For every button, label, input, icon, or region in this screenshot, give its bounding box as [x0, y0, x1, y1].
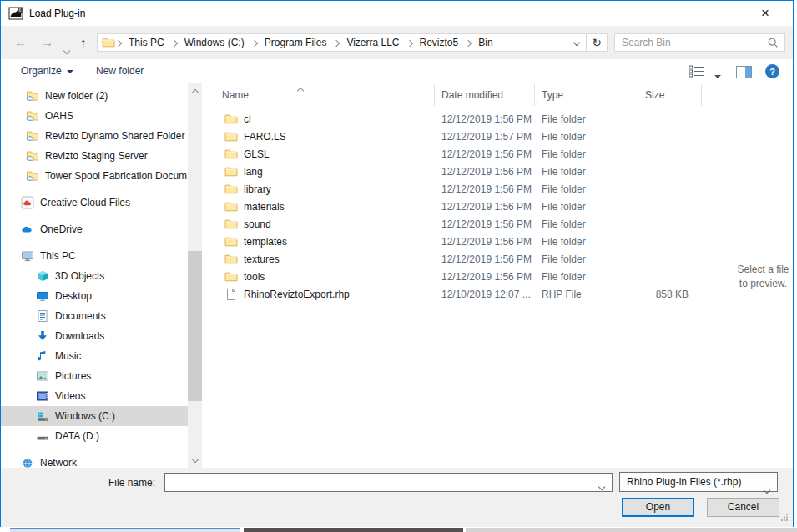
file-row[interactable]: RhinoReviztoExport.rhp12/10/2019 12:07 .… — [208, 285, 735, 303]
breadcrumb-separator-icon[interactable] — [172, 41, 177, 46]
resize-grip-icon[interactable] — [781, 512, 789, 524]
file-row[interactable]: FARO.LS12/12/2019 1:57 PMFile folder — [208, 128, 735, 145]
date-modified-cell: 12/12/2019 1:56 PM — [435, 148, 535, 160]
close-button[interactable]: × — [748, 1, 783, 26]
sidebar-item[interactable]: 3D Objects — [1, 266, 188, 286]
file-row[interactable]: GLSL12/12/2019 1:56 PMFile folder — [208, 145, 735, 163]
column-header-date-modified[interactable]: Date modified — [435, 84, 535, 106]
sidebar-item[interactable]: Revizto Staging Server — [1, 146, 188, 166]
sidebar-item[interactable]: Pictures — [1, 366, 188, 386]
breadcrumb-bar[interactable]: This PCWindows (C:)Program FilesVizerra … — [97, 33, 608, 52]
column-header-name[interactable]: Name — [208, 84, 435, 106]
new-folder-button[interactable]: New folder — [96, 65, 144, 77]
breadcrumb-item[interactable]: Vizerra LLC — [340, 37, 406, 48]
search-input[interactable] — [615, 34, 768, 51]
breadcrumb-separator-icon[interactable] — [466, 41, 471, 46]
sidebar-item[interactable]: OAHS — [1, 106, 188, 126]
file-row[interactable]: tools12/12/2019 1:56 PMFile folder — [208, 268, 735, 285]
breadcrumb-separator-icon[interactable] — [407, 41, 412, 46]
folder-sync-icon — [26, 149, 39, 163]
breadcrumb-item[interactable]: Windows (C:) — [178, 37, 251, 48]
file-name-cell: lang — [208, 165, 435, 178]
cancel-button[interactable]: Cancel — [707, 498, 779, 517]
sidebar-item[interactable]: Creative Cloud Files — [1, 193, 188, 213]
sidebar-scrollbar[interactable] — [188, 83, 202, 468]
sidebar-item[interactable]: Tower Spool Fabrication Docum — [1, 166, 188, 186]
scroll-down-icon[interactable] — [188, 452, 202, 466]
help-icon[interactable]: ? — [764, 63, 780, 82]
file-icon — [224, 288, 238, 301]
sidebar-item[interactable]: DATA (D:) — [1, 426, 188, 446]
title-bar[interactable]: 6 Load Plug-in × — [1, 1, 793, 26]
open-button[interactable]: Open — [622, 498, 694, 517]
sidebar-item-label: This PC — [40, 250, 76, 262]
file-row[interactable]: sound12/12/2019 1:56 PMFile folder — [208, 215, 735, 233]
view-options-icon[interactable] — [689, 65, 704, 80]
type-cell: RHP File — [535, 289, 638, 300]
background-window-scrollbar — [10, 528, 240, 532]
file-name-dropdown-icon[interactable] — [599, 480, 604, 492]
sidebar-item[interactable]: OneDrive — [1, 219, 188, 239]
file-name-input[interactable] — [165, 474, 592, 491]
view-options-dropdown-icon[interactable] — [714, 70, 721, 82]
preview-pane-icon[interactable] — [736, 66, 752, 81]
file-row[interactable]: cl12/12/2019 1:56 PMFile folder — [208, 110, 735, 128]
breadcrumb-separator-icon[interactable] — [116, 41, 121, 46]
sidebar-item[interactable]: Network — [1, 453, 188, 468]
recent-locations-icon[interactable] — [64, 41, 69, 58]
date-modified-cell: 12/12/2019 1:56 PM — [435, 113, 535, 125]
sidebar-item[interactable]: Downloads — [1, 326, 188, 346]
back-icon[interactable]: ← — [14, 34, 27, 51]
sidebar-item-label: Music — [55, 350, 81, 362]
size-cell: 858 KB — [638, 289, 697, 300]
folder-sync-icon — [26, 129, 39, 143]
file-name-text: cl — [244, 113, 251, 125]
folder-icon — [224, 113, 238, 126]
sidebar-item[interactable]: Windows (C:) — [1, 406, 188, 426]
sidebar-item[interactable]: New folder (2) — [1, 86, 188, 106]
type-cell: File folder — [535, 183, 638, 195]
sidebar-item[interactable]: Music — [1, 346, 188, 366]
type-cell: File folder — [535, 148, 638, 160]
videos-icon — [36, 389, 49, 403]
content-area: New folder (2)OAHSRevizto Dynamo Shared … — [1, 83, 793, 468]
forward-icon[interactable]: → — [41, 34, 53, 51]
date-modified-cell: 12/12/2019 1:56 PM — [435, 236, 535, 248]
documents-icon — [36, 309, 49, 323]
type-cell: File folder — [535, 271, 638, 283]
address-folder-icon — [102, 36, 115, 49]
sidebar-item-label: Revizto Staging Server — [45, 150, 148, 162]
column-header-type[interactable]: Type — [535, 84, 638, 106]
breadcrumb-item[interactable]: Program Files — [258, 37, 334, 48]
file-row[interactable]: textures12/12/2019 1:56 PMFile folder — [208, 250, 735, 268]
refresh-icon[interactable]: ↻ — [586, 34, 607, 51]
breadcrumb-item[interactable]: Bin — [472, 37, 499, 48]
sidebar-item[interactable]: Desktop — [1, 286, 188, 306]
scroll-up-icon[interactable] — [188, 85, 202, 99]
rhino6-app-icon: 6 — [8, 6, 23, 21]
navigation-bar: ← → ↑ This PCWindows (C:)Program FilesVi… — [1, 26, 793, 59]
date-modified-cell: 12/12/2019 1:56 PM — [435, 201, 535, 213]
organize-button[interactable]: Organize — [21, 65, 73, 77]
breadcrumb-item[interactable]: This PC — [122, 37, 171, 48]
search-icon — [767, 37, 779, 52]
sidebar-item[interactable]: Documents — [1, 306, 188, 326]
breadcrumb-separator-icon[interactable] — [334, 41, 339, 46]
sidebar-item[interactable]: Videos — [1, 386, 188, 406]
breadcrumb-item[interactable]: Revizto5 — [413, 37, 466, 48]
up-icon[interactable]: ↑ — [80, 34, 87, 51]
scrollbar-thumb[interactable] — [188, 251, 202, 401]
address-dropdown-icon[interactable] — [567, 34, 586, 51]
file-type-select[interactable]: Rhino Plug-in Files (*.rhp) — [619, 472, 778, 492]
file-row[interactable]: library12/12/2019 1:56 PMFile folder — [208, 180, 735, 198]
sidebar-item[interactable]: This PC — [1, 246, 188, 266]
file-row[interactable]: templates12/12/2019 1:56 PMFile folder — [208, 233, 735, 250]
sidebar-item[interactable]: Revizto Dynamo Shared Folder — [1, 126, 188, 146]
screen: 6 Load Plug-in × ← → ↑ This PCWindows (C… — [0, 0, 797, 532]
breadcrumb-separator-icon[interactable] — [252, 41, 257, 46]
date-modified-cell: 12/12/2019 1:56 PM — [435, 271, 535, 283]
file-row[interactable]: materials12/12/2019 1:56 PMFile folder — [208, 198, 735, 215]
file-row[interactable]: lang12/12/2019 1:56 PMFile folder — [208, 163, 735, 180]
file-name-cell: GLSL — [208, 148, 435, 161]
column-header-size[interactable]: Size — [638, 84, 702, 106]
